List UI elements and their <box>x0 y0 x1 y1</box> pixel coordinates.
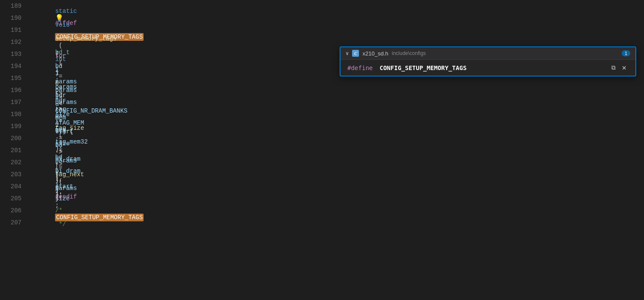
line-num-198: 198 <box>0 111 30 118</box>
peek-chevron-icon[interactable]: ∨ <box>346 50 349 57</box>
peek-filename: x210_sd.h <box>362 50 388 57</box>
line-num-193: 193 <box>0 51 30 58</box>
for-kw: for <box>55 52 66 59</box>
line-num-201: 201 <box>0 147 30 154</box>
line-num-197: 197 <box>0 99 30 106</box>
line-num-190: 190 <box>0 15 30 21</box>
peek-body: #define CONFIG_SETUP_MEMORY_TAGS ⧉ ✕ <box>340 60 635 76</box>
void-kw: void <box>55 21 70 28</box>
line-num-206: 206 <box>0 207 30 214</box>
line-num-199: 199 <box>0 123 30 130</box>
line-num-195: 195 <box>0 75 30 82</box>
peek-filepath: include\configs <box>392 50 618 56</box>
peek-copy-button[interactable]: ⧉ <box>610 63 617 72</box>
line-num-189: 189 <box>0 3 30 9</box>
line-num-200: 200 <box>0 135 30 142</box>
line-num-204: 204 <box>0 183 30 190</box>
peek-header: ∨ C x210_sd.h include\configs 1 <box>340 47 635 60</box>
peek-close-button[interactable]: ✕ <box>620 64 629 72</box>
line-num-194: 194 <box>0 63 30 70</box>
define-keyword: #define <box>347 64 373 71</box>
editor: 189 190 💡 191 #ifdef CONFIG_SETUP_MEMORY… <box>0 0 644 300</box>
line-num-207: 207 <box>0 219 30 226</box>
code-line-206: 206 #endif /* CONFIG_SETUP_MEMORY_TAGS *… <box>0 205 644 217</box>
peek-count-badge: 1 <box>622 50 630 56</box>
line-num-203: 203 <box>0 171 30 178</box>
line-num-196: 196 <box>0 87 30 94</box>
endif-keyword: #endif <box>55 193 77 200</box>
static-kw: static <box>55 8 77 15</box>
macro-config-endif: CONFIG_SETUP_MEMORY_TAGS <box>55 214 144 221</box>
c-file-icon: C <box>352 50 359 57</box>
line-num-191: 191 <box>0 27 30 34</box>
line-num-192: 192 <box>0 39 30 46</box>
peek-actions: ⧉ ✕ <box>610 63 629 72</box>
line-num-205: 205 <box>0 195 30 202</box>
line-num-202: 202 <box>0 159 30 166</box>
define-value: CONFIG_SETUP_MEMORY_TAGS <box>380 64 466 71</box>
line-content-206: #endif /* CONFIG_SETUP_MEMORY_TAGS */ <box>30 187 644 235</box>
peek-popup: ∨ C x210_sd.h include\configs 1 #define … <box>340 46 636 77</box>
